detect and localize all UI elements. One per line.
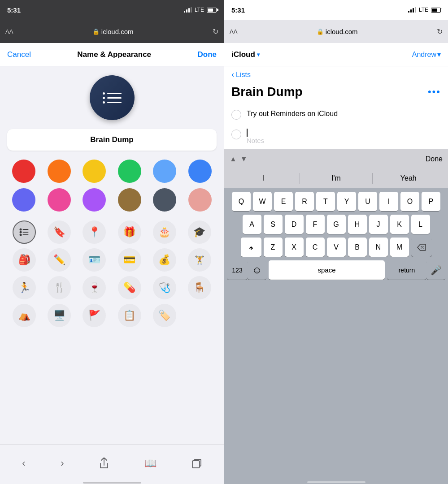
back-lists-link[interactable]: ‹ Lists: [224, 66, 448, 83]
key-E[interactable]: E: [274, 192, 293, 211]
nav-share[interactable]: [99, 458, 109, 469]
key-Z[interactable]: Z: [264, 238, 283, 257]
icon-tent[interactable]: ⛺: [13, 304, 36, 327]
key-U[interactable]: U: [358, 192, 377, 211]
icon-id-card[interactable]: 🪪: [83, 248, 106, 272]
icon-wine[interactable]: 🍷: [83, 276, 106, 299]
andrew-button[interactable]: Andrew ▾: [412, 50, 441, 59]
color-brown[interactable]: [118, 188, 141, 212]
icon-list[interactable]: [13, 220, 36, 244]
color-rose[interactable]: [188, 188, 212, 212]
key-D[interactable]: D: [285, 215, 304, 234]
suggestion-1[interactable]: I: [228, 173, 300, 184]
suggestion-3[interactable]: Yeah: [373, 173, 444, 184]
reminder-checkbox-2[interactable]: [231, 130, 241, 139]
color-light-blue[interactable]: [153, 160, 176, 183]
color-orange[interactable]: [48, 160, 71, 183]
icon-pencil[interactable]: ✏️: [48, 248, 71, 272]
key-W[interactable]: W: [253, 192, 272, 211]
key-B[interactable]: B: [348, 238, 367, 257]
icon-chair[interactable]: 🪑: [188, 276, 211, 299]
delete-key[interactable]: [411, 238, 432, 257]
color-pink[interactable]: [48, 188, 71, 212]
toolbar-done-button[interactable]: Done: [426, 155, 443, 163]
key-J[interactable]: J: [369, 215, 388, 234]
icon-bookmark[interactable]: 🔖: [48, 220, 71, 244]
key-G[interactable]: G: [327, 215, 346, 234]
key-O[interactable]: O: [400, 192, 419, 211]
key-return[interactable]: return: [387, 260, 426, 280]
key-C[interactable]: C: [306, 238, 325, 257]
key-V[interactable]: V: [327, 238, 346, 257]
nav-back[interactable]: ‹: [22, 458, 25, 469]
icon-stethoscope[interactable]: 🩺: [153, 276, 176, 299]
nav-bookmarks[interactable]: 📖: [144, 458, 157, 469]
icon-food[interactable]: 🍴: [48, 276, 71, 299]
color-blue[interactable]: [188, 160, 212, 183]
more-button[interactable]: •••: [428, 86, 441, 98]
right-aa[interactable]: AA: [230, 28, 237, 35]
key-space[interactable]: space: [269, 260, 385, 280]
icon-screen[interactable]: 🖥️: [48, 304, 71, 327]
key-F[interactable]: F: [306, 215, 325, 234]
icon-workout[interactable]: 🏋️: [188, 248, 211, 272]
key-M[interactable]: M: [390, 238, 409, 257]
key-K[interactable]: K: [390, 215, 409, 234]
key-H[interactable]: H: [348, 215, 367, 234]
icon-backpack[interactable]: 🎒: [13, 248, 36, 272]
icon-clipboard[interactable]: 📋: [118, 304, 141, 327]
left-url-bar[interactable]: 🔒 icloud.com: [92, 28, 134, 35]
list-name-input[interactable]: [7, 129, 217, 151]
icon-cake[interactable]: 🎂: [153, 220, 176, 244]
color-green[interactable]: [118, 160, 141, 183]
right-address-bar[interactable]: AA 🔒 icloud.com ↻: [224, 20, 448, 43]
key-A[interactable]: A: [243, 215, 261, 234]
up-arrow-button[interactable]: ▲: [230, 155, 237, 163]
nav-forward[interactable]: ›: [61, 458, 64, 469]
key-L[interactable]: L: [411, 215, 430, 234]
icon-running[interactable]: 🏃: [13, 276, 36, 299]
right-refresh-icon[interactable]: ↻: [437, 27, 443, 36]
icloud-title-group[interactable]: iCloud ▾: [231, 50, 260, 59]
key-N[interactable]: N: [369, 238, 388, 257]
icon-pin[interactable]: 📍: [83, 220, 106, 244]
suggestion-2[interactable]: I'm: [300, 173, 372, 184]
color-slate[interactable]: [153, 188, 176, 212]
icon-tag[interactable]: 🏷️: [153, 304, 176, 327]
key-T[interactable]: T: [316, 192, 335, 211]
reminder-checkbox-1[interactable]: [231, 110, 241, 120]
key-123[interactable]: 123: [227, 260, 248, 280]
done-button[interactable]: Done: [197, 50, 217, 59]
icon-credit-card[interactable]: 💳: [118, 248, 141, 272]
key-X[interactable]: X: [285, 238, 304, 257]
svg-point-0: [20, 229, 22, 231]
left-address-bar[interactable]: AA 🔒 icloud.com ↻: [0, 20, 224, 43]
icon-pill[interactable]: 💊: [118, 276, 141, 299]
right-url-bar[interactable]: 🔒 icloud.com: [317, 28, 358, 35]
left-aa[interactable]: AA: [5, 28, 13, 35]
list-icon-circle[interactable]: [90, 75, 135, 120]
icon-gift[interactable]: 🎁: [118, 220, 141, 244]
key-emoji[interactable]: ☺: [248, 260, 266, 280]
key-R[interactable]: R: [295, 192, 314, 211]
refresh-icon[interactable]: ↻: [213, 27, 218, 36]
key-I[interactable]: I: [379, 192, 398, 211]
key-mic[interactable]: 🎤: [426, 260, 445, 280]
icon-money[interactable]: 💰: [153, 248, 176, 272]
icon-flag[interactable]: 🚩: [83, 304, 106, 327]
color-indigo[interactable]: [12, 188, 35, 212]
icon-graduation[interactable]: 🎓: [188, 220, 211, 244]
nav-tabs[interactable]: [192, 458, 202, 468]
color-red[interactable]: [12, 160, 35, 183]
color-yellow[interactable]: [83, 160, 106, 183]
key-S[interactable]: S: [264, 215, 283, 234]
key-Y[interactable]: Y: [337, 192, 356, 211]
color-purple[interactable]: [83, 188, 106, 212]
key-P[interactable]: P: [422, 192, 440, 211]
shift-key[interactable]: [241, 238, 261, 257]
down-arrow-button[interactable]: ▼: [240, 155, 248, 163]
key-Q[interactable]: Q: [232, 192, 251, 211]
cancel-button[interactable]: Cancel: [7, 50, 31, 59]
left-lte: LTE: [195, 7, 204, 13]
reminder-input-area[interactable]: Notes: [247, 129, 264, 144]
